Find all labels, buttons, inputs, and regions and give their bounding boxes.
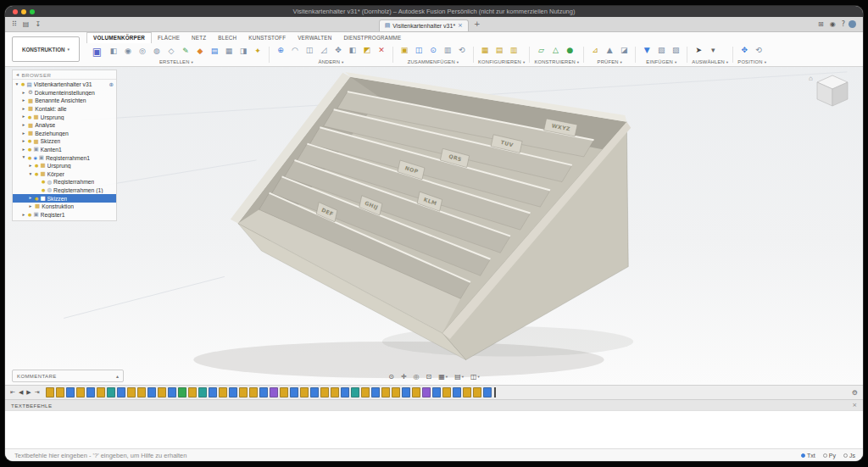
torus-icon[interactable]: ◎ bbox=[136, 45, 149, 58]
pipe-icon[interactable]: ◇ bbox=[164, 45, 178, 58]
timeline-feature-icon[interactable] bbox=[361, 387, 370, 398]
tool-group-label[interactable]: POSITION▾ bbox=[737, 59, 766, 64]
tool-group-label[interactable]: KONSTRUIEREN▾ bbox=[534, 59, 579, 64]
insert-mesh-icon[interactable]: ▨ bbox=[669, 44, 682, 57]
timeline-feature-icon[interactable] bbox=[127, 387, 136, 398]
timeline-feature-icon[interactable] bbox=[331, 387, 339, 398]
fillet-icon[interactable]: ◠ bbox=[288, 44, 302, 57]
timeline-feature-icon[interactable] bbox=[198, 387, 207, 398]
timeline-feature-icon[interactable] bbox=[463, 387, 471, 398]
emboss-icon[interactable]: ✦ bbox=[251, 45, 264, 58]
mode-txt[interactable]: Txt bbox=[801, 453, 815, 459]
file-menu-icon[interactable]: ▤ bbox=[23, 21, 30, 28]
play-icon[interactable]: ▶ bbox=[26, 390, 31, 396]
tree-row-konstruktion[interactable]: ▸■Konstruktion bbox=[13, 203, 116, 211]
help-icon[interactable]: ? bbox=[842, 21, 845, 28]
go-to-start-icon[interactable]: ⇤ bbox=[10, 390, 15, 396]
sketch-icon[interactable]: ✎ bbox=[179, 45, 192, 58]
timeline-feature-icon[interactable] bbox=[76, 387, 85, 398]
view-cube[interactable]: ⌂ bbox=[807, 70, 854, 113]
visibility-bulb-icon[interactable]: ● bbox=[28, 147, 31, 152]
document-tab[interactable]: ▤ Visitenkartenhalter v31* × bbox=[379, 19, 469, 31]
comments-bar[interactable]: KOMMENTARE ▴ bbox=[12, 370, 124, 382]
draft-icon[interactable]: ◿ bbox=[317, 44, 331, 57]
join-icon[interactable]: ◫ bbox=[412, 44, 426, 57]
timeline-feature-icon[interactable] bbox=[188, 387, 197, 398]
shell-icon[interactable]: ◫ bbox=[303, 44, 316, 57]
expander-icon[interactable]: ▾ bbox=[14, 82, 19, 87]
radio-icon[interactable] bbox=[801, 453, 805, 458]
timeline-feature-icon[interactable] bbox=[320, 387, 329, 398]
timeline-feature-icon[interactable] bbox=[46, 387, 54, 398]
visibility-bulb-icon[interactable]: ● bbox=[42, 180, 45, 184]
timeline-feature-icon[interactable] bbox=[351, 387, 359, 398]
revert-position-icon[interactable]: ⟲ bbox=[752, 44, 765, 57]
text-command-input[interactable] bbox=[13, 451, 794, 460]
coil-icon[interactable]: ◍ bbox=[150, 45, 164, 58]
visibility-bulb-icon[interactable]: ● bbox=[21, 82, 25, 86]
rigid-group-icon[interactable]: ▥ bbox=[441, 44, 454, 57]
timeline-feature-icon[interactable] bbox=[432, 387, 441, 398]
timeline-feature-icon[interactable] bbox=[168, 387, 176, 398]
ribbon-tab-netz[interactable]: NETZ bbox=[186, 33, 212, 43]
radio-icon[interactable] bbox=[823, 453, 827, 458]
thicken-icon[interactable]: ◨ bbox=[236, 45, 250, 58]
timeline-feature-icon[interactable] bbox=[147, 387, 156, 398]
timeline-feature-icon[interactable] bbox=[270, 387, 278, 398]
timeline-feature-icon[interactable] bbox=[66, 387, 75, 398]
tool-group-label[interactable]: ÄNDERN▾ bbox=[274, 59, 388, 64]
expander-icon[interactable]: ▸ bbox=[21, 107, 26, 112]
tree-row-visitenkartenhalter-v31[interactable]: ▾●▤Visitenkartenhalter v31⊕ bbox=[13, 81, 116, 89]
tree-row-analyse[interactable]: ▸■Analyse bbox=[13, 121, 116, 130]
timeline-feature-icon[interactable] bbox=[381, 387, 390, 398]
timeline-feature-icon[interactable] bbox=[371, 387, 380, 398]
timeline-feature-icon[interactable] bbox=[137, 387, 146, 398]
go-to-end-icon[interactable]: ⇥ bbox=[35, 390, 40, 396]
timeline-feature-icon[interactable] bbox=[97, 387, 105, 398]
collapse-panel-icon[interactable]: ◂ bbox=[16, 72, 19, 77]
joint-icon[interactable]: ⊙ bbox=[426, 44, 440, 57]
viewports-icon[interactable]: ◫▾ bbox=[470, 374, 480, 381]
visibility-bulb-icon[interactable]: ● bbox=[35, 164, 38, 168]
new-component-icon[interactable]: ▣ bbox=[398, 44, 411, 57]
expander-icon[interactable]: ▸ bbox=[21, 91, 26, 96]
capture-position-icon[interactable]: ✥ bbox=[737, 44, 751, 57]
scale-icon[interactable]: ✥ bbox=[331, 44, 345, 57]
mode-py[interactable]: Py bbox=[823, 453, 836, 459]
section-analysis-icon[interactable]: ◪ bbox=[617, 44, 631, 57]
tool-group-label[interactable]: ZUSAMMENFÜGEN▾ bbox=[398, 59, 469, 64]
delete-icon[interactable]: ✕ bbox=[375, 44, 388, 57]
timeline-position-marker[interactable] bbox=[494, 387, 496, 398]
expander-icon[interactable]: ▸ bbox=[21, 114, 26, 120]
ribbon-tab-dienstprogramme[interactable]: DIENSTPROGRAMME bbox=[337, 33, 407, 43]
config-insert-icon[interactable]: ▥ bbox=[507, 44, 520, 57]
expander-icon[interactable]: ▸ bbox=[28, 196, 33, 201]
timeline-feature-icon[interactable] bbox=[392, 387, 400, 398]
timeline-settings-gear-icon[interactable]: ⚙ bbox=[852, 389, 858, 397]
interference-icon[interactable]: ▲ bbox=[603, 44, 616, 57]
sphere-icon[interactable]: ◉ bbox=[121, 45, 135, 58]
tree-row-registerrahmen[interactable]: ●◍Registerrahmen bbox=[13, 178, 116, 186]
timeline-feature-icon[interactable] bbox=[209, 387, 217, 398]
fit-icon[interactable]: ⊡ bbox=[426, 374, 432, 381]
app-grid-icon[interactable]: ⠿ bbox=[12, 21, 17, 28]
tree-row-ursprung[interactable]: ▸●■Ursprung bbox=[13, 162, 116, 170]
expander-icon[interactable]: ▸ bbox=[21, 98, 26, 103]
tool-group-label[interactable]: EINFÜGEN▾ bbox=[640, 59, 682, 64]
tool-group-label[interactable]: PRÜFEN▾ bbox=[588, 59, 631, 64]
timeline-feature-icon[interactable] bbox=[86, 387, 95, 398]
combine-icon[interactable]: ◧ bbox=[346, 44, 359, 57]
tree-row-kontakt-alle[interactable]: ▸■Kontakt: alle bbox=[13, 105, 116, 114]
expander-icon[interactable]: ▸ bbox=[21, 213, 26, 218]
expander-icon[interactable]: ▸ bbox=[21, 147, 26, 153]
box-icon[interactable]: ▣ bbox=[88, 44, 106, 58]
grid-settings-icon[interactable]: ▤▾ bbox=[454, 374, 464, 381]
timeline-feature-icon[interactable] bbox=[453, 387, 461, 398]
timeline-feature-icon[interactable] bbox=[239, 387, 248, 398]
active-component-icon[interactable]: ◉ bbox=[33, 156, 36, 160]
tree-row-beziehungen[interactable]: ▸■Beziehungen bbox=[13, 130, 116, 138]
timeline-feature-icon[interactable] bbox=[107, 387, 115, 398]
text-commands-header[interactable]: TEXTBEFEHLE × bbox=[5, 399, 863, 410]
offset-face-icon[interactable]: ◩ bbox=[360, 44, 374, 57]
radio-icon[interactable] bbox=[843, 453, 848, 458]
